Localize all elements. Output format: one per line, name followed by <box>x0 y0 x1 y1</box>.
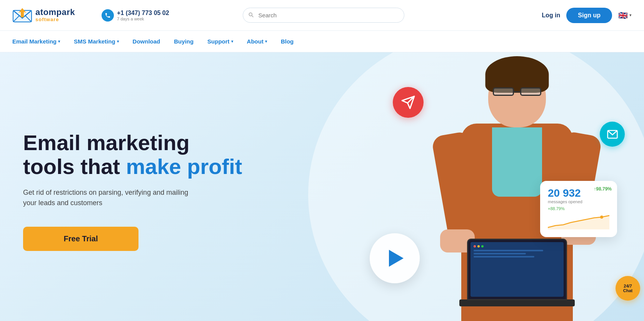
play-icon <box>389 250 404 267</box>
login-button[interactable]: Log in <box>542 12 560 19</box>
logo-icon <box>12 7 32 23</box>
logo-text: atompark software <box>35 8 75 22</box>
nav-email-marketing-arrow: ▾ <box>58 39 60 43</box>
nav-about-arrow: ▾ <box>265 39 267 43</box>
signup-button[interactable]: Sign up <box>566 8 612 23</box>
logo-brand: atompark <box>35 8 75 17</box>
stats-card: ↑98.79% 20 932 messages opened +88.79% <box>540 181 617 237</box>
phone-area: +1 (347) 773 05 02 7 days a week <box>102 9 169 22</box>
stats-up-pct: ↑98.79% <box>594 186 612 192</box>
phone-availability: 7 days a week <box>117 17 169 21</box>
logo: atompark software <box>12 7 89 23</box>
phone-number: +1 (347) 773 05 02 <box>117 10 169 17</box>
nav-support-label: Support <box>207 38 230 45</box>
play-button[interactable] <box>370 233 420 283</box>
nav-email-marketing[interactable]: Email Marketing ▾ <box>12 38 60 45</box>
chat-badge-247: 24/7 <box>624 284 632 288</box>
stats-chart <box>548 214 609 229</box>
nav-download[interactable]: Download <box>133 38 160 45</box>
navigation: Email Marketing ▾ SMS Marketing ▾ Downlo… <box>0 31 644 52</box>
stats-sub-pct: +88.79% <box>548 206 609 211</box>
chat-badge-label: 24/7 Chat <box>623 284 632 293</box>
hero-left: Email marketing tools that make profit G… <box>0 52 354 321</box>
nav-download-label: Download <box>133 38 160 45</box>
nav-support-arrow: ▾ <box>231 39 233 43</box>
hero-subtext: Get rid of restrictions on parsing, veri… <box>23 187 192 208</box>
hero-section: Email marketing tools that make profit G… <box>0 52 644 321</box>
phone-icon <box>102 9 114 22</box>
hero-headline-line1: Email marketing <box>23 130 190 155</box>
nav-sms-marketing[interactable]: SMS Marketing ▾ <box>74 38 119 45</box>
mail-icon-bubble <box>600 122 625 147</box>
logo-sub: software <box>35 17 75 22</box>
chat-badge[interactable]: 24/7 Chat <box>616 276 640 301</box>
nav-email-marketing-label: Email Marketing <box>12 38 57 45</box>
hero-headline-highlight: make profit <box>126 154 242 179</box>
hero-headline-line2: tools that <box>23 154 126 179</box>
header: atompark software +1 (347) 773 05 02 7 d… <box>0 0 644 31</box>
nav-buying-label: Buying <box>174 38 194 45</box>
phone-details: +1 (347) 773 05 02 7 days a week <box>117 10 169 21</box>
search-input[interactable] <box>243 8 404 23</box>
language-selector[interactable]: 🇬🇧 ▾ <box>618 11 632 20</box>
svg-point-5 <box>600 216 603 219</box>
search-area <box>243 8 404 23</box>
chat-badge-chat: Chat <box>623 288 632 293</box>
hero-headline: Email marketing tools that make profit <box>23 131 331 178</box>
nav-about[interactable]: About ▾ <box>247 38 267 45</box>
free-trial-button[interactable]: Free Trial <box>23 227 138 251</box>
stats-label: messages opened <box>548 199 609 204</box>
nav-sms-marketing-arrow: ▾ <box>117 39 119 43</box>
nav-blog[interactable]: Blog <box>281 38 294 45</box>
nav-sms-marketing-label: SMS Marketing <box>74 38 115 45</box>
nav-about-label: About <box>247 38 264 45</box>
lang-dropdown-arrow: ▾ <box>629 13 632 18</box>
nav-blog-label: Blog <box>281 38 294 45</box>
send-icon-bubble <box>393 87 424 118</box>
search-icon <box>248 12 254 19</box>
nav-support[interactable]: Support ▾ <box>207 38 233 45</box>
header-actions: Log in Sign up 🇬🇧 ▾ <box>542 8 632 23</box>
nav-buying[interactable]: Buying <box>174 38 194 45</box>
flag-icon: 🇬🇧 <box>618 11 628 20</box>
hero-right: ↑98.79% 20 932 messages opened +88.79% 2… <box>354 52 644 321</box>
